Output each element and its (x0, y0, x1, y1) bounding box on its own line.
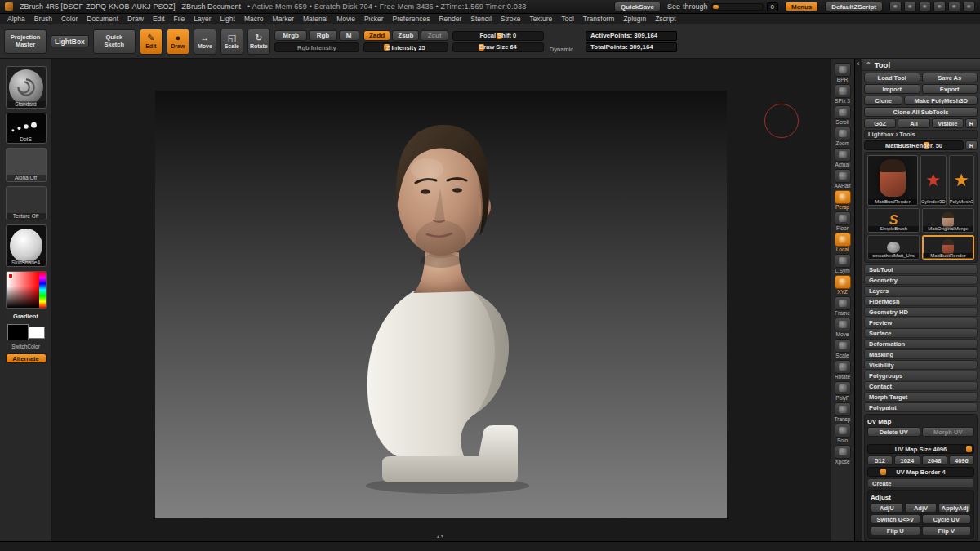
uv-size-preset-button[interactable]: 512 (867, 455, 893, 465)
current-stroke-thumbnail[interactable]: DotS (6, 113, 47, 144)
alternate-button[interactable]: Alternate (6, 353, 47, 363)
delete-uv-button[interactable]: Delete UV (867, 427, 920, 437)
flip-u-button[interactable]: Flip U (871, 526, 920, 535)
subpalette-header[interactable]: Geometry (864, 275, 978, 285)
subpalette-header[interactable]: Morph Target (864, 392, 978, 402)
subpalette-header[interactable]: SubTool (864, 264, 978, 274)
scale-button[interactable]: ◱ Scale (220, 29, 243, 55)
uv-map-header[interactable]: UV Map (867, 417, 974, 425)
quick-sketch-button[interactable]: Quick Sketch (93, 29, 136, 54)
clone-all-subtools-button[interactable]: Clone All SubTools (864, 107, 978, 117)
titlebar-icon[interactable] (919, 2, 931, 11)
rotate-button[interactable]: ↻ Rotate (247, 29, 270, 55)
zcut-button[interactable]: Zcut (421, 30, 448, 41)
menu-item[interactable]: Color (61, 15, 78, 23)
subpalette-header[interactable]: Contact (864, 381, 978, 391)
uv-size-preset-button[interactable]: 2048 (922, 455, 947, 465)
subpalette-header[interactable]: Surface (864, 328, 978, 338)
default-zscript-button[interactable]: DefaultZScript (825, 2, 883, 11)
subpalette-header[interactable]: Deformation (864, 339, 978, 349)
menu-item[interactable]: Zplugin (623, 15, 646, 23)
draw-button[interactable]: ● Draw (167, 29, 189, 55)
menu-item[interactable]: Picker (364, 15, 384, 23)
titlebar-icon[interactable] (904, 2, 916, 11)
menu-item[interactable]: Stroke (501, 15, 521, 23)
create-subsection-header[interactable]: Create (867, 478, 974, 488)
goz-visible-button[interactable]: Visible (932, 118, 964, 128)
export-button[interactable]: Export (922, 84, 978, 94)
gradient-label[interactable]: Gradient (13, 313, 38, 320)
document-canvas[interactable] (155, 91, 727, 518)
menu-item[interactable]: Material (303, 15, 327, 23)
titlebar-icon[interactable] (963, 2, 975, 11)
goz-all-button[interactable]: All (898, 118, 929, 128)
dynamic-label[interactable]: Dynamic (550, 46, 573, 53)
tool-thumbnail-mattoriginalmerge[interactable]: MattOriginalMerge (922, 208, 974, 233)
secondary-color-swatch[interactable] (29, 327, 45, 339)
right-shelf-toggle[interactable]: Xpose (831, 445, 854, 465)
menu-item[interactable]: Brush (34, 15, 52, 23)
right-shelf-toggle[interactable]: Frame (831, 296, 854, 317)
switch-uv-button[interactable]: Switch U<>V (871, 514, 920, 524)
tray-divider[interactable]: ‹ (854, 59, 862, 541)
morph-uv-button[interactable]: Morph UV (922, 427, 975, 437)
see-through-handle[interactable] (713, 5, 719, 9)
load-tool-button[interactable]: Load Tool (864, 73, 920, 82)
menu-item[interactable]: Alpha (7, 15, 25, 23)
lightbox-button[interactable]: LightBox (51, 35, 89, 47)
menu-item[interactable]: Stencil (470, 15, 492, 23)
subpalette-header[interactable]: Masking (864, 349, 978, 359)
right-shelf-toggle[interactable]: SPix 3 (831, 84, 854, 104)
tool-thumbnail-polymesh3d[interactable]: PolyMesh3D (949, 155, 975, 206)
adjust-header[interactable]: Adjust (871, 493, 971, 501)
titlebar-icon[interactable] (889, 2, 902, 11)
clone-button[interactable]: Clone (864, 96, 902, 105)
restore-button[interactable]: R (965, 140, 978, 150)
subpalette-header[interactable]: Visibility (864, 360, 978, 370)
right-shelf-toggle[interactable]: BPR (831, 63, 854, 83)
tray-collapse-icon[interactable]: ‹ (858, 60, 860, 541)
menu-item[interactable]: Transform (583, 15, 614, 23)
right-shelf-toggle[interactable]: XYZ (831, 275, 854, 295)
tool-thumbnail-smoothedmatt-uvs[interactable]: smoothedMatt_Uvs (867, 235, 920, 260)
projection-master-button[interactable]: Projection Master (4, 29, 47, 54)
canvas-area[interactable]: ▴▾ (52, 59, 830, 541)
goz-r-button[interactable]: R (965, 118, 978, 128)
subpalette-header[interactable]: Polypaint (864, 402, 978, 412)
flip-v-button[interactable]: Flip V (922, 526, 972, 535)
tool-palette-header[interactable]: ⌃ Tool (862, 59, 980, 71)
right-shelf-toggle[interactable]: Actual (831, 148, 854, 168)
zsub-button[interactable]: Zsub (392, 30, 419, 41)
right-shelf-toggle[interactable]: Transp (831, 402, 854, 423)
right-shelf-toggle[interactable]: Scroll (831, 105, 854, 126)
menus-button[interactable]: Menus (785, 2, 818, 11)
canvas-scroll-arrows[interactable]: ▴▾ (437, 533, 445, 539)
focal-shift-slider[interactable]: Focal Shift 0 (452, 31, 544, 41)
right-shelf-toggle[interactable]: PolyF (831, 381, 854, 402)
menu-item[interactable]: Macro (244, 15, 264, 23)
main-color-swatch[interactable] (7, 324, 29, 340)
tool-thumbnail-simplebrush[interactable]: S SimpleBrush (867, 208, 920, 233)
right-shelf-toggle[interactable]: Zoom (831, 127, 854, 147)
alpha-thumbnail[interactable]: Alpha Off (6, 148, 47, 182)
right-shelf-toggle[interactable]: Floor (831, 211, 854, 232)
applyadj-button[interactable]: ApplyAdj (938, 503, 971, 513)
menu-item[interactable]: Draw (127, 15, 144, 23)
menu-item[interactable]: Light (220, 15, 235, 23)
tool-thumbnail-cylinder3d[interactable]: Cylinder3D (920, 155, 947, 206)
move-button[interactable]: ↔ Move (194, 29, 216, 55)
right-shelf-toggle[interactable]: Move (831, 318, 854, 338)
menu-item[interactable]: Movie (336, 15, 355, 23)
make-polymesh3d-button[interactable]: Make PolyMesh3D (904, 96, 978, 105)
texture-thumbnail[interactable]: Texture Off (6, 186, 47, 220)
import-button[interactable]: Import (864, 84, 920, 94)
menu-item[interactable]: Tool (561, 15, 574, 23)
zadd-button[interactable]: Zadd (363, 30, 390, 41)
uv-size-preset-button[interactable]: 1024 (894, 455, 920, 465)
z-intensity-slider[interactable]: Z Intensity 25 (363, 42, 448, 52)
titlebar-icon[interactable] (948, 2, 960, 11)
current-brush-thumbnail[interactable]: Standard (6, 66, 47, 109)
quicksave-button[interactable]: QuickSave (614, 2, 661, 11)
uv-map-border-handle[interactable] (880, 469, 886, 475)
uv-map-size-handle[interactable] (966, 446, 972, 452)
